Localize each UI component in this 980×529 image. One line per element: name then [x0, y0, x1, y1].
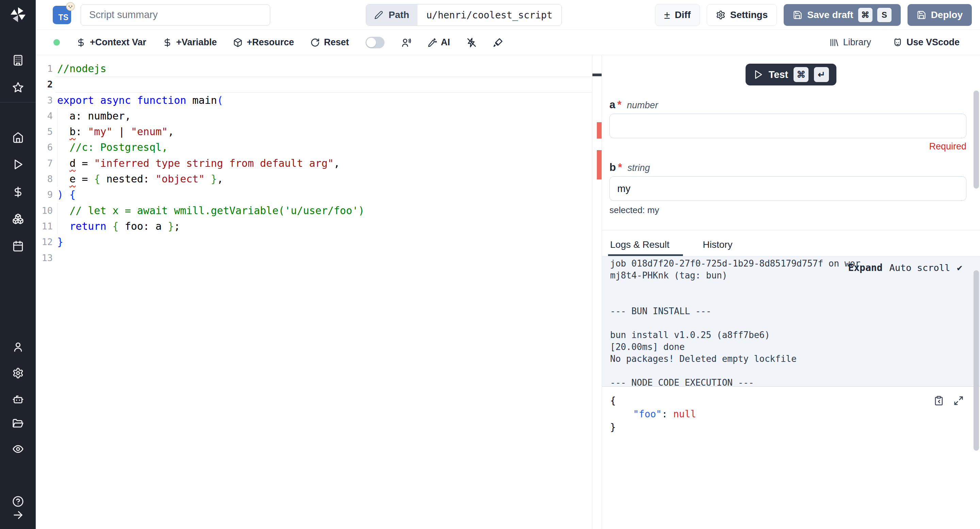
code-line[interactable]: 5 b: "my" | "enum",: [36, 124, 601, 140]
add-context-var-button[interactable]: +Context Var: [76, 37, 146, 48]
code-line[interactable]: 13: [36, 250, 601, 266]
code-line[interactable]: 11 return { foo: a };: [36, 218, 601, 234]
ruler-error-mark: [597, 122, 601, 139]
diff-button[interactable]: ± Diff: [655, 4, 700, 26]
assistant-toggle[interactable]: [366, 37, 385, 48]
topbar-actions: ± Diff Settings Save draft ⌘ S: [655, 4, 972, 26]
bun-runtime-icon: [66, 2, 75, 11]
runs-play-icon[interactable]: [12, 159, 24, 170]
line-number: 1: [36, 61, 53, 76]
code-line[interactable]: 4 a: number,: [36, 108, 601, 124]
path-selector[interactable]: Path u/henri/coolest_script: [366, 4, 562, 26]
code-editor[interactable]: 1//nodejs23export async function main(4 …: [36, 55, 601, 529]
save-draft-button[interactable]: Save draft ⌘ S: [784, 4, 900, 26]
toggle-knob: [366, 38, 376, 47]
test-button[interactable]: Test ⌘ ↵: [746, 64, 837, 86]
autoscroll-toggle[interactable]: Auto scroll: [889, 262, 950, 274]
code-line[interactable]: 9) {: [36, 187, 601, 202]
help-icon[interactable]: [12, 496, 24, 507]
result-actions: [934, 395, 964, 406]
result-line: "foo": null: [610, 408, 980, 421]
result-line: {: [610, 394, 980, 408]
maximize-icon[interactable]: [953, 395, 964, 406]
favorites-star-icon[interactable]: [12, 82, 24, 93]
json-key: "foo": [633, 408, 662, 420]
code-line[interactable]: 2: [36, 76, 601, 92]
settings-gear-icon: [716, 10, 725, 20]
code-line[interactable]: 12}: [36, 234, 601, 250]
folders-icon[interactable]: [12, 418, 24, 430]
code-line[interactable]: 3export async function main(: [36, 92, 601, 108]
toolbar-right: Library Use VScode: [829, 37, 959, 48]
reset-button[interactable]: Reset: [310, 37, 349, 48]
line-number: 7: [36, 156, 53, 171]
add-variable-button[interactable]: +Variable: [163, 37, 217, 48]
code-lines: 1//nodejs23export async function main(4 …: [36, 55, 601, 266]
field-a-required-error: Required: [609, 141, 966, 152]
workspace-icon[interactable]: [12, 54, 24, 66]
field-name: b: [609, 161, 616, 174]
line-number: 9: [36, 187, 53, 202]
field-b-value: my: [617, 183, 630, 194]
script-summary-input[interactable]: [81, 5, 270, 25]
add-context-var-label: +Context Var: [90, 37, 146, 48]
zap-off-icon[interactable]: [466, 37, 477, 48]
code-line[interactable]: 8 e = { nested: "object" },: [36, 171, 601, 187]
logs-controls: Expand Auto scroll ✔: [848, 262, 962, 274]
home-icon[interactable]: [12, 132, 24, 143]
logs-viewer[interactable]: job 018d7f20-27f0-725d-1b29-8d85179d757f…: [602, 257, 980, 386]
line-number: 12: [36, 234, 53, 250]
play-icon: [753, 69, 763, 80]
path-value[interactable]: u/henri/coolest_script: [417, 5, 562, 25]
field-b-input[interactable]: my: [609, 176, 966, 201]
tab-history[interactable]: History: [703, 239, 732, 256]
json-null-value: null: [673, 408, 696, 420]
form-scrollbar-thumb[interactable]: [974, 91, 979, 189]
typescript-badge: TS: [53, 6, 71, 24]
code-line[interactable]: 1//nodejs: [36, 61, 601, 76]
use-vscode-button[interactable]: Use VScode: [893, 37, 959, 48]
ai-label: AI: [441, 37, 450, 48]
code-line[interactable]: 6 //c: Postgresql,: [36, 140, 601, 155]
settings-button[interactable]: Settings: [707, 4, 777, 26]
copy-clipboard-icon[interactable]: [934, 395, 944, 406]
deploy-button[interactable]: Deploy: [907, 4, 972, 26]
expand-button[interactable]: Expand: [848, 262, 882, 274]
content-row: 1//nodejs23export async function main(4 …: [36, 55, 980, 529]
sidebar-divider: [0, 102, 36, 102]
field-a-input[interactable]: [609, 114, 966, 138]
variables-dollar-icon[interactable]: [12, 186, 24, 198]
workers-bot-icon[interactable]: [12, 393, 24, 405]
user-icon[interactable]: [12, 341, 24, 353]
logs-scrollbar-thumb[interactable]: [974, 270, 979, 451]
log-line: --- NODE CODE EXECUTION ---: [610, 377, 872, 386]
overview-ruler[interactable]: [592, 55, 601, 529]
path-edit-segment[interactable]: Path: [366, 5, 417, 25]
add-resource-label: +Resource: [247, 37, 294, 48]
add-resource-button[interactable]: +Resource: [233, 37, 294, 48]
schedules-calendar-icon[interactable]: [12, 240, 24, 252]
save-draft-label: Save draft: [807, 10, 853, 21]
library-button[interactable]: Library: [829, 37, 871, 48]
cmd-key-badge: ⌘: [794, 67, 808, 82]
assistant-user-icon[interactable]: [401, 37, 411, 48]
windmill-logo-icon[interactable]: [10, 6, 27, 23]
path-label: Path: [388, 10, 409, 21]
logs-result-panel: Logs & Result History job 018d7f20-27f0-…: [602, 230, 980, 529]
collapse-arrow-icon[interactable]: [12, 509, 24, 521]
field-b-hint: selected: my: [609, 205, 966, 215]
code-line[interactable]: 10 // let x = await wmill.getVariable('u…: [36, 203, 601, 218]
code-line[interactable]: 7 d = "inferred type string from default…: [36, 156, 601, 171]
tab-logs-result[interactable]: Logs & Result: [608, 239, 683, 256]
format-brush-icon[interactable]: [493, 37, 503, 48]
audit-eye-icon[interactable]: [12, 443, 24, 455]
line-number: 2: [36, 76, 53, 92]
resources-boxes-icon[interactable]: [12, 213, 24, 225]
settings-gear-icon[interactable]: [12, 367, 24, 379]
field-b-label-row: b* string: [609, 161, 966, 174]
ruler-cursor-mark: [592, 73, 601, 76]
ai-button[interactable]: AI: [427, 37, 450, 48]
required-star: *: [617, 99, 621, 111]
log-line: [610, 282, 872, 293]
cmd-key-badge: ⌘: [858, 8, 872, 22]
